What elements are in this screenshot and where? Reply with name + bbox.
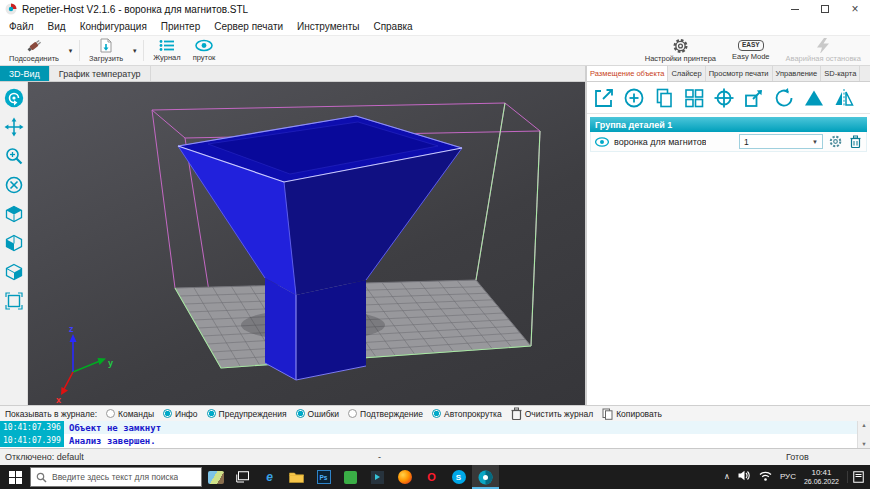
log-timestamp: 10:41:07.396 xyxy=(0,421,64,434)
journal-button[interactable]: Журнал xyxy=(147,36,186,65)
cube-front-icon xyxy=(4,233,24,253)
copy-object-button[interactable] xyxy=(650,84,678,112)
right-panel: Размещение объекта Слайсер Просмотр печа… xyxy=(587,66,870,405)
menu-help[interactable]: Справка xyxy=(366,19,419,34)
wifi-icon xyxy=(759,470,772,481)
menu-config[interactable]: Конфигурация xyxy=(73,19,154,34)
drop-object-button[interactable] xyxy=(800,84,828,112)
language-indicator[interactable]: РУС xyxy=(780,472,796,481)
object-row[interactable]: воронка для магнитов 1 ▼ xyxy=(590,132,867,152)
taskbar-task-view[interactable] xyxy=(229,465,256,489)
titlebar: Repetier-Host V2.1.6 - воронка для магни… xyxy=(0,0,870,18)
maximize-button[interactable] xyxy=(810,0,840,18)
taskbar-news-widget[interactable] xyxy=(202,465,229,489)
center-object-button[interactable] xyxy=(710,84,738,112)
filter-commands[interactable]: Команды xyxy=(106,409,154,419)
taskbar-skype[interactable]: S xyxy=(445,465,472,489)
tab-object-placement[interactable]: Размещение объекта xyxy=(587,66,668,81)
scroll-up-icon[interactable]: ▲ xyxy=(861,422,866,428)
tab-manual-control[interactable]: Управление xyxy=(773,66,822,81)
tab-slicer[interactable]: Слайсер xyxy=(668,66,705,81)
iso-view-button[interactable] xyxy=(3,203,25,225)
filter-autoscroll[interactable]: Автопрокрутка xyxy=(432,409,502,419)
trash-icon xyxy=(850,135,861,148)
object-copies-value: 1 xyxy=(744,137,749,147)
tab-sd-card[interactable]: SD-карта xyxy=(821,66,860,81)
filter-ack[interactable]: Подтверждение xyxy=(348,409,423,419)
object-settings-button[interactable] xyxy=(827,134,843,150)
rotate-view-button[interactable] xyxy=(3,87,25,109)
printer-settings-button[interactable]: Настройки принтера xyxy=(639,36,722,65)
taskbar-opera[interactable]: O xyxy=(418,465,445,489)
taskbar-firefox[interactable] xyxy=(391,465,418,489)
connect-button[interactable]: Подсоединить xyxy=(3,36,65,65)
filter-warnings[interactable]: Предупреждения xyxy=(207,409,287,419)
filter-warnings-label: Предупреждения xyxy=(219,409,287,419)
toolbar: Подсоединить ▾ Загрузить ▾ Журнал пруток… xyxy=(0,36,870,66)
object-delete-button[interactable] xyxy=(847,134,863,150)
copy-icon xyxy=(602,408,613,420)
connect-dropdown[interactable]: ▾ xyxy=(65,36,76,65)
tray-expand-button[interactable]: ∧ xyxy=(724,472,730,481)
taskbar-dark-app[interactable] xyxy=(364,465,391,489)
menu-printer[interactable]: Принтер xyxy=(154,19,207,34)
tab-print-preview[interactable]: Просмотр печати xyxy=(706,66,773,81)
front-view-button[interactable] xyxy=(3,232,25,254)
filter-errors[interactable]: Ошибки xyxy=(296,409,340,419)
filter-info[interactable]: Инфо xyxy=(163,409,198,419)
connect-plug-icon xyxy=(25,38,43,53)
add-object-button[interactable] xyxy=(620,84,648,112)
clear-log-button[interactable]: Очистить журнал xyxy=(511,407,593,420)
tab-3d-view[interactable]: 3D-Вид xyxy=(0,66,50,81)
fit-view-button[interactable] xyxy=(3,290,25,312)
menu-tools[interactable]: Инструменты xyxy=(290,19,366,34)
network-button[interactable] xyxy=(759,470,772,483)
object-visibility-button[interactable] xyxy=(594,134,610,150)
taskbar-green-app[interactable] xyxy=(337,465,364,489)
speaker-icon xyxy=(738,470,751,481)
taskbar-repetier-host[interactable] xyxy=(472,465,499,489)
taskbar-file-explorer[interactable] xyxy=(283,465,310,489)
object-copies-combo[interactable]: 1 ▼ xyxy=(739,134,823,149)
start-button[interactable] xyxy=(0,465,30,489)
log-row: 10:41:07.399 Анализ завершен. xyxy=(0,434,870,447)
rotate-object-button[interactable] xyxy=(770,84,798,112)
taskbar-clock[interactable]: 10:41 26.06.2022 xyxy=(804,468,839,485)
reset-view-button[interactable] xyxy=(3,174,25,196)
chevron-down-icon: ▾ xyxy=(69,47,73,55)
side-view-button[interactable] xyxy=(3,261,25,283)
volume-button[interactable] xyxy=(738,470,751,483)
export-object-button[interactable] xyxy=(590,84,618,112)
filament-button[interactable]: пруток xyxy=(187,36,222,65)
emergency-stop-button[interactable]: Аварийная остановка xyxy=(780,36,867,65)
mirror-object-button[interactable] xyxy=(830,84,858,112)
taskbar-photoshop[interactable]: Ps xyxy=(310,465,337,489)
taskbar-edge[interactable]: e xyxy=(256,465,283,489)
copy-log-button[interactable]: Копировать xyxy=(602,408,662,420)
chevron-down-icon: ▼ xyxy=(812,139,818,145)
task-view-icon xyxy=(236,471,249,483)
zoom-view-button[interactable] xyxy=(3,145,25,167)
scroll-down-icon[interactable]: ▼ xyxy=(861,441,866,447)
taskbar-search-input[interactable]: Введите здесь текст для поиска xyxy=(30,467,202,487)
easy-mode-button[interactable]: EASY Easy Mode xyxy=(726,36,776,65)
autoposition-button[interactable] xyxy=(680,84,708,112)
object-name[interactable]: воронка для магнитов xyxy=(614,137,706,147)
notification-center-button[interactable] xyxy=(847,471,867,483)
edge-icon: e xyxy=(266,470,273,484)
load-dropdown[interactable]: ▾ xyxy=(129,36,140,65)
autoposition-icon xyxy=(681,85,707,111)
scale-object-button[interactable] xyxy=(740,84,768,112)
move-view-button[interactable] xyxy=(3,116,25,138)
menu-view[interactable]: Вид xyxy=(41,19,73,34)
tab-temperature-graph[interactable]: График температур xyxy=(50,66,151,81)
log-scrollbar[interactable]: ▲ ▼ xyxy=(857,421,870,448)
3d-viewport[interactable]: z y x xyxy=(28,82,585,405)
close-button[interactable]: × xyxy=(840,0,870,18)
load-button[interactable]: Загрузить xyxy=(83,36,129,65)
menu-file[interactable]: Файл xyxy=(2,19,41,34)
load-label: Загрузить xyxy=(89,54,123,63)
minimize-button[interactable] xyxy=(780,0,810,18)
menu-print-server[interactable]: Сервер печати xyxy=(207,19,290,34)
window-title: Repetier-Host V2.1.6 - воронка для магни… xyxy=(22,4,248,15)
